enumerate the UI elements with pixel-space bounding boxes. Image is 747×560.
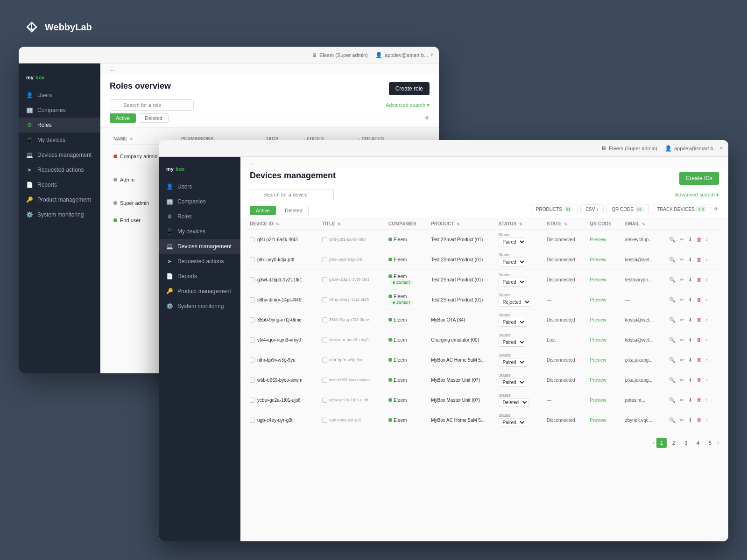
preview-link[interactable]: Preview: [590, 337, 606, 343]
row-checkbox[interactable]: [250, 237, 255, 242]
tab-deleted[interactable]: Deleted: [139, 113, 169, 123]
edit-btn[interactable]: ✏: [678, 256, 685, 264]
dev-sidebar-requested[interactable]: ➤ Requested actions: [159, 254, 240, 269]
row-checkbox[interactable]: [250, 277, 255, 282]
advanced-search-link[interactable]: Advanced search ▾: [386, 102, 430, 108]
expand-btn[interactable]: ›: [705, 276, 709, 283]
title-checkbox[interactable]: [322, 257, 327, 262]
delete-row-btn[interactable]: 🗑: [695, 376, 703, 384]
status-select[interactable]: Rejected: [499, 298, 531, 307]
download-btn[interactable]: ⬇: [687, 356, 694, 364]
preview-link[interactable]: Preview: [590, 277, 606, 282]
download-btn[interactable]: ⬇: [687, 416, 694, 424]
edit-btn[interactable]: ✏: [678, 276, 685, 284]
row-checkbox[interactable]: [250, 337, 255, 343]
edit-btn[interactable]: ✏: [678, 416, 685, 424]
dev-sidebar-reports[interactable]: 📄 Reports: [159, 269, 240, 284]
qrcode-btn[interactable]: QR CODE 61: [606, 204, 649, 214]
delete-row-btn[interactable]: 🗑: [695, 316, 703, 323]
expand-btn[interactable]: ›: [705, 296, 709, 303]
search-row-btn[interactable]: 🔍: [668, 316, 677, 324]
delete-row-btn[interactable]: 🗑: [695, 396, 703, 404]
create-ids-button[interactable]: Create IDs: [679, 172, 719, 185]
title-checkbox[interactable]: [322, 357, 327, 363]
status-select[interactable]: Paired: [499, 258, 526, 266]
page-2[interactable]: 2: [669, 438, 679, 448]
dev-sidebar-users[interactable]: 👤 Users: [159, 179, 240, 194]
delete-row-btn[interactable]: 🗑: [695, 416, 703, 424]
search-row-btn[interactable]: 🔍: [668, 296, 677, 304]
expand-btn[interactable]: ›: [705, 316, 709, 323]
preview-link[interactable]: Preview: [590, 418, 606, 423]
expand-btn[interactable]: ›: [705, 396, 709, 404]
delete-row-btn[interactable]: 🗑: [695, 236, 703, 243]
title-checkbox[interactable]: [322, 418, 327, 423]
expand-btn[interactable]: ›: [705, 376, 709, 384]
expand-btn[interactable]: ›: [705, 336, 709, 343]
sidebar-item-roles[interactable]: ⚙ Roles: [19, 118, 100, 133]
status-select[interactable]: Paired: [499, 318, 526, 327]
sidebar-item-devmgmt[interactable]: 💻 Devices management: [19, 147, 100, 162]
edit-btn[interactable]: ✏: [678, 336, 685, 344]
title-checkbox[interactable]: [322, 297, 327, 302]
dev-sidebar-roles[interactable]: ⚙ Roles: [159, 209, 240, 224]
sidebar-item-users[interactable]: 👤 Users: [19, 88, 100, 103]
dev-sidebar-mydevices[interactable]: 📱 My devices: [159, 224, 240, 239]
csv-btn[interactable]: CSV ↓: [580, 204, 604, 214]
download-btn[interactable]: ⬇: [687, 296, 694, 304]
status-select[interactable]: Paired: [499, 338, 526, 347]
dev-advanced-search[interactable]: Advanced search ▾: [675, 192, 719, 198]
nav-back[interactable]: ←: [105, 66, 121, 74]
search-row-btn[interactable]: 🔍: [668, 276, 677, 284]
search-row-btn[interactable]: 🔍: [668, 236, 677, 244]
delete-row-btn[interactable]: 🗑: [695, 276, 703, 283]
download-btn[interactable]: ⬇: [687, 336, 694, 344]
track-btn[interactable]: TRACK DEVICES 1.8: [652, 204, 711, 214]
row-checkbox[interactable]: [250, 257, 255, 262]
dev-sidebar-product[interactable]: 🔑 Product management: [159, 284, 240, 299]
dev-search-input[interactable]: [250, 189, 334, 200]
page-4[interactable]: 4: [693, 438, 703, 448]
row-checkbox[interactable]: [250, 297, 255, 302]
dev-tab-active[interactable]: Active: [250, 206, 276, 215]
sidebar-item-reports[interactable]: 📄 Reports: [19, 177, 100, 192]
delete-row-btn[interactable]: 🗑: [695, 336, 703, 343]
sidebar-item-sysmon[interactable]: ⚙️ System monitoring: [19, 207, 100, 222]
page-5[interactable]: 5: [705, 438, 715, 448]
title-checkbox[interactable]: [322, 398, 327, 403]
search-row-btn[interactable]: 🔍: [668, 256, 677, 264]
sidebar-item-companies[interactable]: 🏢 Companies: [19, 103, 100, 118]
row-checkbox[interactable]: [250, 357, 255, 363]
title-checkbox[interactable]: [322, 337, 327, 343]
prev-page[interactable]: ‹: [653, 440, 655, 446]
eye-icon[interactable]: 👁: [424, 115, 430, 121]
preview-link[interactable]: Preview: [590, 378, 606, 383]
status-select[interactable]: Paired: [499, 358, 526, 367]
title-checkbox[interactable]: [322, 277, 327, 282]
delete-row-btn[interactable]: 🗑: [695, 256, 703, 263]
row-checkbox[interactable]: [250, 378, 255, 383]
page-3[interactable]: 3: [681, 438, 691, 448]
search-row-btn[interactable]: 🔍: [668, 336, 677, 344]
search-input[interactable]: [110, 99, 194, 111]
preview-link[interactable]: Preview: [590, 237, 606, 242]
status-select[interactable]: Paired: [499, 238, 526, 246]
edit-btn[interactable]: ✏: [678, 376, 685, 384]
download-btn[interactable]: ⬇: [687, 396, 694, 404]
expand-btn[interactable]: ›: [705, 356, 709, 364]
create-role-button[interactable]: Create role: [389, 82, 430, 95]
title-checkbox[interactable]: [322, 237, 327, 242]
download-btn[interactable]: ⬇: [687, 316, 694, 324]
row-checkbox[interactable]: [250, 398, 255, 403]
status-select[interactable]: Paired: [499, 418, 526, 427]
search-row-btn[interactable]: 🔍: [668, 396, 677, 404]
sidebar-item-product[interactable]: 🔑 Product management: [19, 192, 100, 207]
download-btn[interactable]: ⬇: [687, 236, 694, 244]
products-btn[interactable]: PRODUCTS 61: [531, 204, 578, 214]
preview-link[interactable]: Preview: [590, 398, 606, 403]
delete-row-btn[interactable]: 🗑: [695, 296, 703, 303]
download-btn[interactable]: ⬇: [687, 256, 694, 264]
page-1[interactable]: 1: [656, 438, 667, 448]
search-row-btn[interactable]: 🔍: [668, 376, 677, 384]
row-checkbox[interactable]: [250, 418, 255, 423]
